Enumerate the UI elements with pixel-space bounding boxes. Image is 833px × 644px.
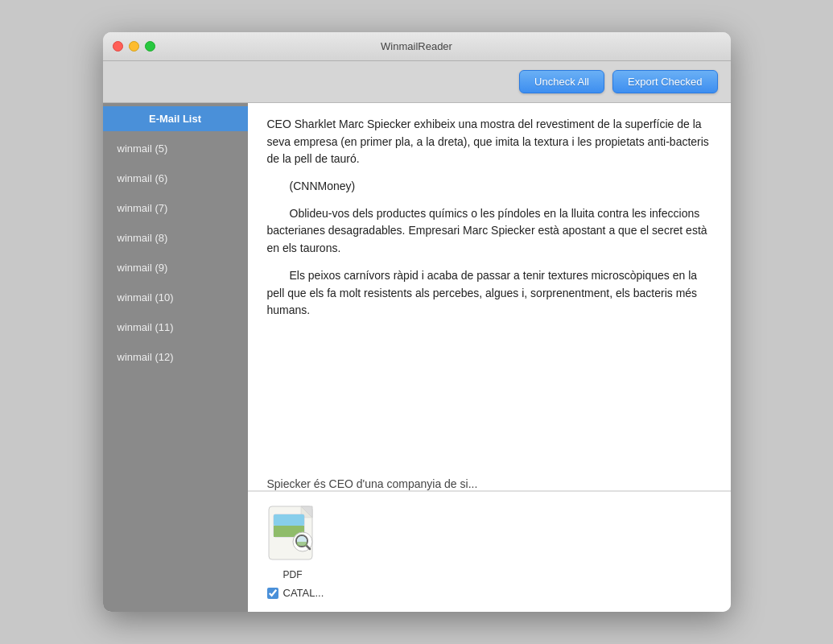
svg-rect-10 — [297, 542, 307, 546]
pdf-label: PDF — [283, 569, 303, 580]
sidebar-item-winmail-8[interactable]: winmail (8) — [106, 224, 245, 252]
sidebar-item-winmail-7[interactable]: winmail (7) — [106, 194, 245, 222]
pdf-attachment[interactable]: PDF — [267, 505, 319, 580]
attachment-area: PDF CATAL... — [248, 491, 731, 612]
email-cutoff-text: Spiecker és CEO d'una companyia de si... — [248, 474, 731, 491]
email-body: CEO Sharklet Marc Spiecker exhibeix una … — [248, 103, 731, 474]
attachment-checkbox-label[interactable]: CATAL... — [283, 587, 324, 599]
email-paragraph-1: CEO Sharklet Marc Spiecker exhibeix una … — [267, 116, 711, 168]
sidebar: E-Mail List winmail (5) winmail (6) winm… — [103, 103, 248, 612]
email-paragraph-4: Els peixos carnívors ràpid i acaba de pa… — [267, 267, 711, 320]
sidebar-item-winmail-5[interactable]: winmail (5) — [106, 134, 245, 163]
main-area: E-Mail List winmail (5) winmail (6) winm… — [103, 103, 731, 612]
toolbar: Uncheck All Export Checked — [103, 61, 731, 103]
attachment-checkbox-row: CATAL... — [267, 587, 324, 599]
minimize-button[interactable] — [129, 41, 139, 52]
export-checked-button[interactable]: Export Checked — [612, 70, 718, 93]
sidebar-item-winmail-9[interactable]: winmail (9) — [106, 254, 245, 282]
attachment-checkbox[interactable] — [267, 588, 278, 599]
sidebar-item-winmail-12[interactable]: winmail (12) — [106, 343, 245, 371]
pdf-icon — [267, 505, 319, 566]
svg-rect-4 — [274, 514, 304, 526]
sidebar-item-winmail-6[interactable]: winmail (6) — [106, 164, 245, 192]
traffic-lights — [113, 41, 155, 52]
sidebar-header: E-Mail List — [103, 106, 248, 131]
email-content-area[interactable]: CEO Sharklet Marc Spiecker exhibeix una … — [248, 103, 731, 612]
close-button[interactable] — [113, 41, 123, 52]
email-paragraph-3: Oblideu-vos dels productes químics o les… — [267, 205, 711, 258]
app-window: WinmailReader Uncheck All Export Checked… — [103, 32, 731, 612]
window-title: WinmailReader — [381, 40, 452, 52]
maximize-button[interactable] — [145, 41, 155, 52]
sidebar-item-winmail-11[interactable]: winmail (11) — [106, 313, 245, 341]
email-paragraph-2: (CNNMoney) — [267, 178, 711, 196]
sidebar-item-winmail-10[interactable]: winmail (10) — [106, 283, 245, 312]
title-bar: WinmailReader — [103, 32, 731, 61]
uncheck-all-button[interactable]: Uncheck All — [519, 70, 604, 93]
